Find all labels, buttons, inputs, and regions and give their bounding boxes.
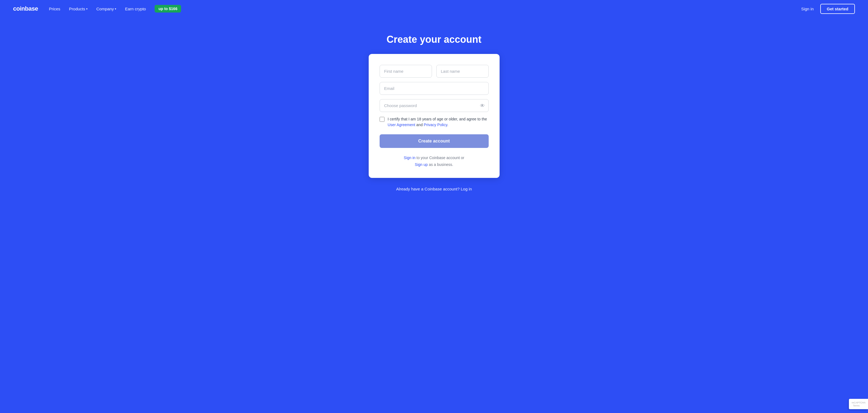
form-footer-line1: Sign in to your Coinbase account or — [380, 154, 489, 161]
last-name-input[interactable] — [436, 65, 489, 78]
create-account-button[interactable]: Create account — [380, 134, 489, 148]
tos-label: I certify that I am 18 years of age or o… — [388, 116, 489, 128]
brand-logo[interactable]: coinbase — [13, 5, 38, 12]
chevron-down-icon: ▾ — [115, 7, 116, 10]
first-name-input[interactable] — [380, 65, 432, 78]
navbar-actions: Sign in Get started — [801, 4, 855, 14]
privacy-policy-link[interactable]: Privacy Policy — [424, 123, 447, 127]
form-footer: Sign in to your Coinbase account or Sign… — [380, 154, 489, 168]
eye-icon[interactable]: 👁 — [480, 103, 485, 108]
earn-badge[interactable]: up to $166 — [155, 5, 181, 12]
tos-checkbox[interactable] — [380, 117, 384, 122]
main-content: Create your account 👁 I certify that I a… — [0, 18, 868, 208]
nav-link-prices[interactable]: Prices — [49, 6, 60, 11]
signup-form-card: 👁 I certify that I am 18 years of age or… — [369, 54, 500, 178]
nav-sign-in-link[interactable]: Sign in — [801, 6, 814, 11]
form-footer-line2: Sign up as a business. — [380, 161, 489, 168]
email-input[interactable] — [380, 82, 489, 95]
password-group: 👁 — [380, 99, 489, 112]
recaptcha-badge: reCAPTCHA · Terms — [849, 399, 868, 409]
nav-link-earn[interactable]: Earn crypto — [125, 6, 146, 11]
tos-checkbox-row: I certify that I am 18 years of age or o… — [380, 116, 489, 128]
sign-in-link[interactable]: Sign in — [404, 156, 415, 160]
nav-link-company[interactable]: Company ▾ — [96, 6, 116, 11]
password-wrapper: 👁 — [380, 99, 489, 112]
sign-up-link[interactable]: Sign up — [415, 162, 428, 167]
password-input[interactable] — [380, 99, 489, 112]
nav-link-products[interactable]: Products ▾ — [69, 6, 88, 11]
page-title: Create your account — [386, 34, 481, 45]
email-group — [380, 82, 489, 95]
navbar: coinbase Prices Products ▾ Company ▾ Ear… — [0, 0, 868, 18]
user-agreement-link[interactable]: User Agreement — [388, 123, 415, 127]
chevron-down-icon: ▾ — [86, 7, 88, 10]
bottom-text: Already have a Coinbase account? Log in — [396, 186, 472, 191]
get-started-button[interactable]: Get started — [820, 4, 855, 14]
nav-links: Prices Products ▾ Company ▾ Earn crypto … — [49, 5, 801, 12]
name-row — [380, 65, 489, 78]
